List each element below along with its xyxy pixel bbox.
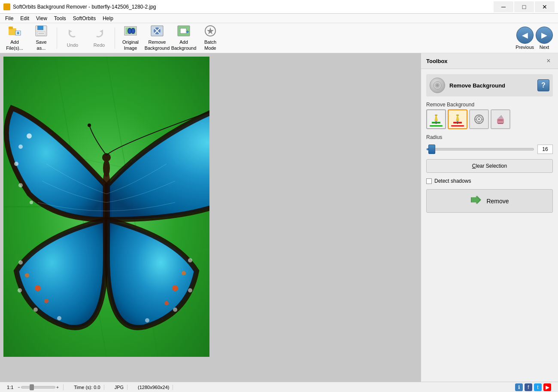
svg-point-48 (44, 299, 49, 303)
toolbox-header: Toolbox × (421, 53, 558, 69)
svg-point-49 (18, 260, 23, 265)
zoom-slider[interactable] (21, 386, 55, 389)
radius-slider-container[interactable] (426, 145, 534, 154)
close-button[interactable]: ✕ (535, 1, 555, 12)
remove-background-label: RemoveBackground (145, 39, 170, 51)
menu-edit[interactable]: Edit (17, 15, 33, 22)
next-button[interactable]: ▶ (536, 27, 553, 44)
main-area: Toolbox × Remove Background ? Remove Bac… (0, 53, 558, 382)
menu-file[interactable]: File (2, 15, 17, 22)
batch-mode-icon (203, 25, 217, 39)
menu-tools[interactable]: Tools (51, 15, 70, 22)
toolbox-title: Toolbox (426, 58, 448, 64)
svg-point-73 (478, 118, 480, 120)
format-label: JPG (115, 385, 124, 390)
toolbox-close-button[interactable]: × (544, 57, 553, 65)
svg-point-50 (18, 288, 22, 292)
remove-button[interactable]: Remove (426, 189, 553, 213)
keep-brush-button[interactable] (426, 109, 446, 129)
save-as-label: Saveas... (36, 39, 46, 51)
tool-buttons-row (426, 109, 553, 129)
detect-shadows-checkbox[interactable] (426, 178, 432, 184)
svg-rect-65 (435, 121, 437, 122)
clear-selection-button[interactable]: Clear Selection (426, 159, 553, 173)
zoom-ratio: 1:1 (7, 385, 13, 390)
radius-label: Radius (426, 134, 553, 140)
redo-icon (93, 28, 106, 42)
dimensions-section: (1280x960x24) (134, 385, 173, 390)
svg-point-56 (188, 258, 192, 262)
minimize-button[interactable]: ─ (494, 1, 513, 12)
status-bar: 1:1 － ＋ Time (s): 0.0 JPG (1280x960x24) … (0, 382, 558, 392)
svg-marker-10 (100, 30, 103, 33)
title-bar-controls: ─ □ ✕ (494, 1, 555, 12)
menu-softorbits[interactable]: SoftOrbits (70, 15, 99, 22)
radius-slider-track (426, 148, 534, 151)
remove-brush-button[interactable] (448, 109, 467, 129)
undo-icon (66, 28, 79, 42)
radius-slider-thumb[interactable] (428, 145, 435, 154)
svg-point-46 (35, 285, 41, 291)
add-files-button[interactable]: AddFile(s)... (2, 25, 27, 51)
facebook-icon[interactable]: f (525, 383, 532, 391)
canvas-area[interactable] (0, 53, 421, 382)
undo-button[interactable]: Undo (60, 25, 85, 51)
svg-point-33 (103, 160, 110, 177)
svg-marker-82 (472, 196, 479, 204)
svg-point-53 (172, 285, 178, 291)
zoom-in-icon[interactable]: ＋ (55, 384, 60, 390)
svg-point-40 (18, 183, 23, 187)
menu-view[interactable]: View (33, 15, 51, 22)
erase-restore-button[interactable] (491, 109, 510, 129)
svg-rect-64 (435, 115, 437, 116)
add-background-button[interactable]: AddBackground (171, 25, 197, 51)
svg-marker-9 (69, 30, 72, 33)
toolbar: AddFile(s)... Saveas... Undo (0, 23, 558, 53)
radius-row: 16 (426, 145, 553, 154)
zoom-section: 1:1 － ＋ (3, 384, 64, 390)
maximize-button[interactable]: □ (514, 1, 534, 12)
svg-rect-8 (38, 33, 44, 34)
detect-shadows-label: Detect shadows (434, 178, 471, 184)
title-bar: SoftOrbits Background Remover - butterfl… (0, 0, 558, 14)
svg-point-38 (18, 145, 23, 149)
save-as-button[interactable]: Saveas... (28, 25, 54, 51)
redo-label: Redo (94, 42, 105, 48)
subsection-label-container: Remove Background (426, 102, 553, 129)
svg-rect-79 (498, 119, 503, 121)
svg-point-55 (164, 301, 169, 305)
image-container (3, 57, 209, 357)
twitter-icon[interactable]: t (534, 383, 542, 391)
next-nav-group: ▶ Next (536, 27, 553, 50)
toolbox-panel: Toolbox × Remove Background ? Remove Bac… (421, 53, 558, 382)
previous-button[interactable]: ◀ (516, 27, 534, 44)
svg-point-34 (102, 153, 111, 162)
batch-mode-button[interactable]: BatchMode (197, 25, 223, 51)
help-button[interactable]: ? (537, 79, 549, 91)
svg-point-62 (436, 84, 439, 87)
zoom-thumb (30, 384, 34, 390)
previous-label: Previous (516, 45, 534, 50)
original-image-button[interactable]: OriginalImage (118, 25, 143, 51)
original-image-label: OriginalImage (122, 39, 139, 51)
remove-background-button[interactable]: RemoveBackground (144, 25, 170, 51)
radius-value[interactable]: 16 (537, 145, 553, 154)
save-as-icon (35, 25, 48, 39)
youtube-icon[interactable]: ▶ (543, 383, 551, 391)
info-icon[interactable]: ℹ (515, 383, 523, 391)
svg-point-16 (132, 29, 134, 33)
menu-help[interactable]: Help (99, 15, 117, 22)
redo-button[interactable]: Redo (86, 25, 112, 51)
remove-background-icon (150, 25, 164, 39)
auto-select-button[interactable] (469, 109, 489, 129)
detect-shadows-row: Detect shadows (426, 178, 553, 184)
radius-section: Radius 16 (426, 134, 553, 154)
undo-label: Undo (67, 42, 78, 48)
svg-point-52 (57, 316, 61, 320)
svg-point-59 (145, 318, 149, 323)
toolbar-sep-2 (115, 27, 115, 49)
add-background-icon (177, 25, 191, 39)
time-section: Time (s): 0.0 (70, 385, 104, 390)
svg-rect-0 (9, 28, 16, 35)
zoom-out-icon[interactable]: － (17, 384, 21, 390)
